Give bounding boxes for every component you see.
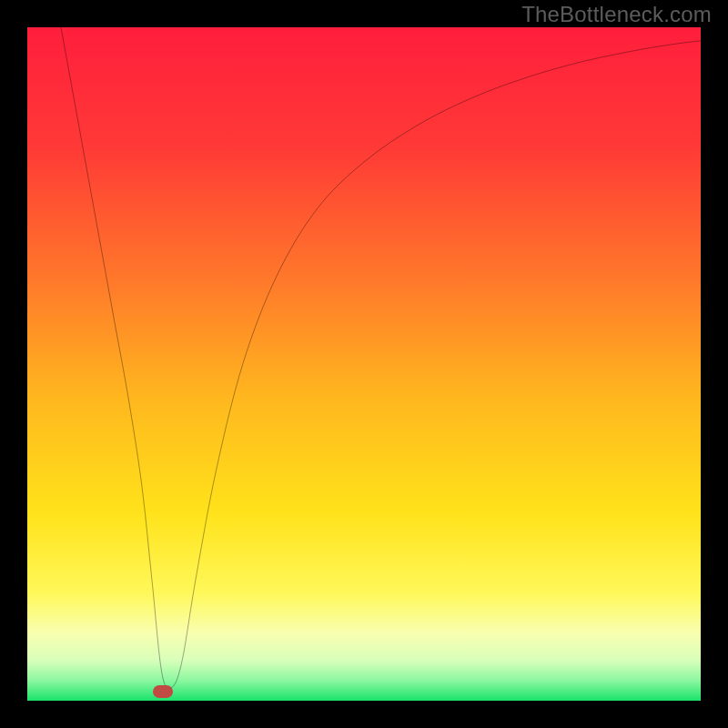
bottleneck-curve — [27, 27, 701, 701]
plot-area — [27, 27, 701, 701]
minimum-marker — [153, 685, 173, 698]
watermark-text: TheBottleneck.com — [521, 2, 712, 27]
